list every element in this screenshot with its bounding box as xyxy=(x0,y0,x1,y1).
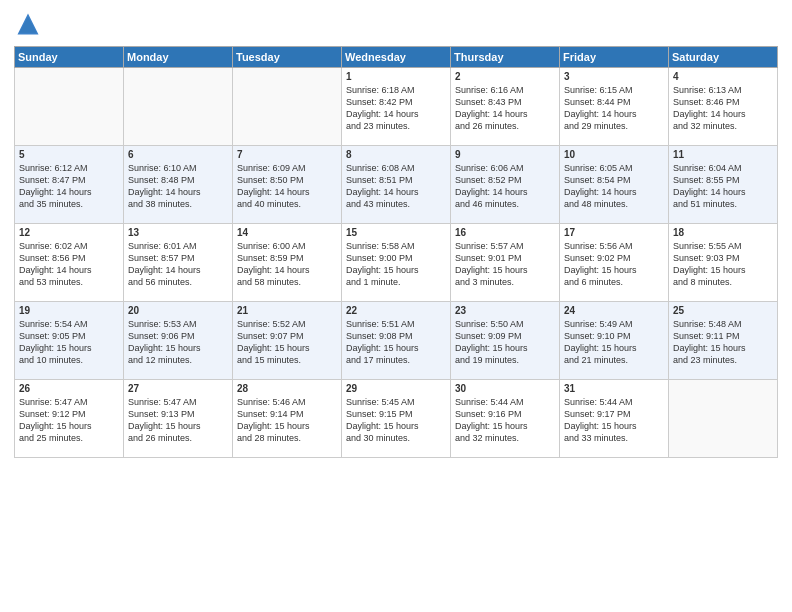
day-number: 2 xyxy=(455,71,555,82)
svg-marker-2 xyxy=(19,17,37,33)
day-info: Sunrise: 5:47 AM Sunset: 9:12 PM Dayligh… xyxy=(19,396,119,445)
day-number: 13 xyxy=(128,227,228,238)
day-number: 8 xyxy=(346,149,446,160)
weekday-header: Wednesday xyxy=(342,47,451,68)
day-info: Sunrise: 6:12 AM Sunset: 8:47 PM Dayligh… xyxy=(19,162,119,211)
weekday-header: Monday xyxy=(124,47,233,68)
day-number: 30 xyxy=(455,383,555,394)
weekday-header: Thursday xyxy=(451,47,560,68)
calendar-cell: 31Sunrise: 5:44 AM Sunset: 9:17 PM Dayli… xyxy=(560,380,669,458)
day-number: 29 xyxy=(346,383,446,394)
calendar-cell: 9Sunrise: 6:06 AM Sunset: 8:52 PM Daylig… xyxy=(451,146,560,224)
day-info: Sunrise: 6:06 AM Sunset: 8:52 PM Dayligh… xyxy=(455,162,555,211)
day-info: Sunrise: 6:10 AM Sunset: 8:48 PM Dayligh… xyxy=(128,162,228,211)
calendar-cell xyxy=(669,380,778,458)
day-info: Sunrise: 6:08 AM Sunset: 8:51 PM Dayligh… xyxy=(346,162,446,211)
calendar-cell xyxy=(124,68,233,146)
day-info: Sunrise: 5:52 AM Sunset: 9:07 PM Dayligh… xyxy=(237,318,337,367)
day-number: 6 xyxy=(128,149,228,160)
calendar-week-row: 1Sunrise: 6:18 AM Sunset: 8:42 PM Daylig… xyxy=(15,68,778,146)
day-info: Sunrise: 5:58 AM Sunset: 9:00 PM Dayligh… xyxy=(346,240,446,289)
day-info: Sunrise: 5:48 AM Sunset: 9:11 PM Dayligh… xyxy=(673,318,773,367)
day-info: Sunrise: 6:00 AM Sunset: 8:59 PM Dayligh… xyxy=(237,240,337,289)
calendar-cell: 26Sunrise: 5:47 AM Sunset: 9:12 PM Dayli… xyxy=(15,380,124,458)
calendar-cell: 19Sunrise: 5:54 AM Sunset: 9:05 PM Dayli… xyxy=(15,302,124,380)
calendar-cell: 20Sunrise: 5:53 AM Sunset: 9:06 PM Dayli… xyxy=(124,302,233,380)
calendar-cell: 25Sunrise: 5:48 AM Sunset: 9:11 PM Dayli… xyxy=(669,302,778,380)
day-number: 19 xyxy=(19,305,119,316)
day-info: Sunrise: 5:45 AM Sunset: 9:15 PM Dayligh… xyxy=(346,396,446,445)
day-info: Sunrise: 5:47 AM Sunset: 9:13 PM Dayligh… xyxy=(128,396,228,445)
day-info: Sunrise: 5:55 AM Sunset: 9:03 PM Dayligh… xyxy=(673,240,773,289)
day-info: Sunrise: 5:56 AM Sunset: 9:02 PM Dayligh… xyxy=(564,240,664,289)
day-number: 17 xyxy=(564,227,664,238)
day-number: 14 xyxy=(237,227,337,238)
calendar-table: SundayMondayTuesdayWednesdayThursdayFrid… xyxy=(14,46,778,458)
day-number: 16 xyxy=(455,227,555,238)
day-number: 23 xyxy=(455,305,555,316)
calendar-cell: 28Sunrise: 5:46 AM Sunset: 9:14 PM Dayli… xyxy=(233,380,342,458)
calendar-cell: 21Sunrise: 5:52 AM Sunset: 9:07 PM Dayli… xyxy=(233,302,342,380)
calendar-cell: 24Sunrise: 5:49 AM Sunset: 9:10 PM Dayli… xyxy=(560,302,669,380)
day-number: 10 xyxy=(564,149,664,160)
day-number: 21 xyxy=(237,305,337,316)
day-info: Sunrise: 5:51 AM Sunset: 9:08 PM Dayligh… xyxy=(346,318,446,367)
calendar-cell: 7Sunrise: 6:09 AM Sunset: 8:50 PM Daylig… xyxy=(233,146,342,224)
calendar-cell: 13Sunrise: 6:01 AM Sunset: 8:57 PM Dayli… xyxy=(124,224,233,302)
calendar-cell: 3Sunrise: 6:15 AM Sunset: 8:44 PM Daylig… xyxy=(560,68,669,146)
calendar-cell: 23Sunrise: 5:50 AM Sunset: 9:09 PM Dayli… xyxy=(451,302,560,380)
day-number: 7 xyxy=(237,149,337,160)
day-number: 12 xyxy=(19,227,119,238)
calendar-cell: 4Sunrise: 6:13 AM Sunset: 8:46 PM Daylig… xyxy=(669,68,778,146)
day-info: Sunrise: 6:09 AM Sunset: 8:50 PM Dayligh… xyxy=(237,162,337,211)
calendar-cell: 18Sunrise: 5:55 AM Sunset: 9:03 PM Dayli… xyxy=(669,224,778,302)
day-info: Sunrise: 5:44 AM Sunset: 9:16 PM Dayligh… xyxy=(455,396,555,445)
calendar-cell: 1Sunrise: 6:18 AM Sunset: 8:42 PM Daylig… xyxy=(342,68,451,146)
day-number: 26 xyxy=(19,383,119,394)
calendar-cell: 22Sunrise: 5:51 AM Sunset: 9:08 PM Dayli… xyxy=(342,302,451,380)
day-number: 25 xyxy=(673,305,773,316)
logo-icon xyxy=(14,10,42,38)
calendar-cell: 29Sunrise: 5:45 AM Sunset: 9:15 PM Dayli… xyxy=(342,380,451,458)
day-info: Sunrise: 5:53 AM Sunset: 9:06 PM Dayligh… xyxy=(128,318,228,367)
calendar-cell: 10Sunrise: 6:05 AM Sunset: 8:54 PM Dayli… xyxy=(560,146,669,224)
day-info: Sunrise: 6:13 AM Sunset: 8:46 PM Dayligh… xyxy=(673,84,773,133)
calendar-cell: 12Sunrise: 6:02 AM Sunset: 8:56 PM Dayli… xyxy=(15,224,124,302)
day-number: 4 xyxy=(673,71,773,82)
day-info: Sunrise: 5:44 AM Sunset: 9:17 PM Dayligh… xyxy=(564,396,664,445)
calendar-cell: 27Sunrise: 5:47 AM Sunset: 9:13 PM Dayli… xyxy=(124,380,233,458)
day-number: 22 xyxy=(346,305,446,316)
day-info: Sunrise: 5:46 AM Sunset: 9:14 PM Dayligh… xyxy=(237,396,337,445)
day-number: 1 xyxy=(346,71,446,82)
calendar-cell: 30Sunrise: 5:44 AM Sunset: 9:16 PM Dayli… xyxy=(451,380,560,458)
calendar-cell: 5Sunrise: 6:12 AM Sunset: 8:47 PM Daylig… xyxy=(15,146,124,224)
weekday-header: Saturday xyxy=(669,47,778,68)
day-info: Sunrise: 6:02 AM Sunset: 8:56 PM Dayligh… xyxy=(19,240,119,289)
logo xyxy=(14,10,46,38)
day-info: Sunrise: 5:57 AM Sunset: 9:01 PM Dayligh… xyxy=(455,240,555,289)
day-number: 11 xyxy=(673,149,773,160)
page: SundayMondayTuesdayWednesdayThursdayFrid… xyxy=(0,0,792,612)
day-number: 5 xyxy=(19,149,119,160)
day-number: 20 xyxy=(128,305,228,316)
calendar-cell: 15Sunrise: 5:58 AM Sunset: 9:00 PM Dayli… xyxy=(342,224,451,302)
day-number: 24 xyxy=(564,305,664,316)
day-number: 27 xyxy=(128,383,228,394)
calendar-week-row: 19Sunrise: 5:54 AM Sunset: 9:05 PM Dayli… xyxy=(15,302,778,380)
calendar-cell: 2Sunrise: 6:16 AM Sunset: 8:43 PM Daylig… xyxy=(451,68,560,146)
header xyxy=(14,10,778,38)
calendar-cell xyxy=(15,68,124,146)
weekday-header: Friday xyxy=(560,47,669,68)
day-number: 28 xyxy=(237,383,337,394)
day-info: Sunrise: 6:04 AM Sunset: 8:55 PM Dayligh… xyxy=(673,162,773,211)
day-info: Sunrise: 6:05 AM Sunset: 8:54 PM Dayligh… xyxy=(564,162,664,211)
calendar-week-row: 12Sunrise: 6:02 AM Sunset: 8:56 PM Dayli… xyxy=(15,224,778,302)
day-number: 15 xyxy=(346,227,446,238)
day-number: 18 xyxy=(673,227,773,238)
calendar-cell: 8Sunrise: 6:08 AM Sunset: 8:51 PM Daylig… xyxy=(342,146,451,224)
day-info: Sunrise: 6:15 AM Sunset: 8:44 PM Dayligh… xyxy=(564,84,664,133)
calendar-cell: 14Sunrise: 6:00 AM Sunset: 8:59 PM Dayli… xyxy=(233,224,342,302)
weekday-header: Sunday xyxy=(15,47,124,68)
day-info: Sunrise: 6:18 AM Sunset: 8:42 PM Dayligh… xyxy=(346,84,446,133)
calendar-cell xyxy=(233,68,342,146)
